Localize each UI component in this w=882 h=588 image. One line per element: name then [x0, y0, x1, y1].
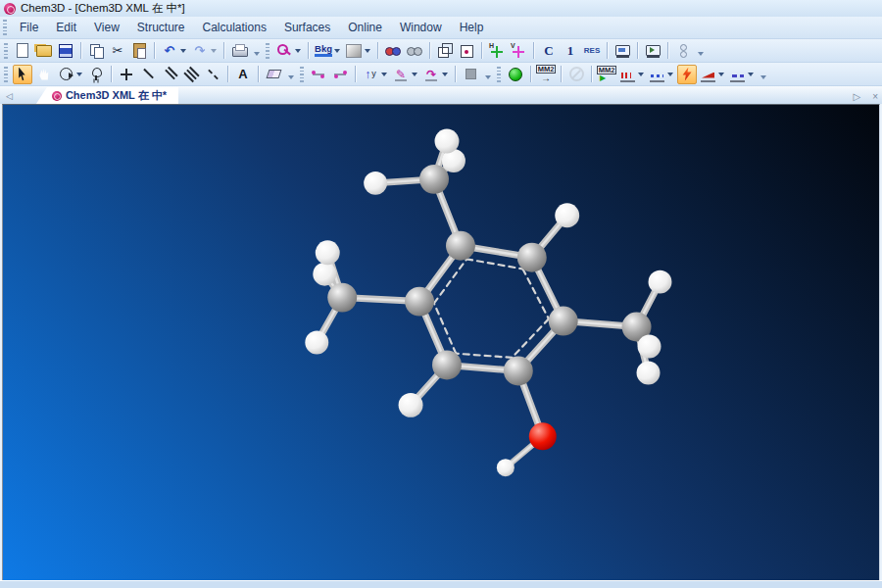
toolbar-overflow-button[interactable]: [696, 42, 705, 60]
mm2run-button[interactable]: →MM2: [536, 65, 556, 84]
orbit-button[interactable]: [56, 65, 84, 84]
texta-button[interactable]: A: [233, 65, 253, 84]
atom-H7c[interactable]: [364, 172, 387, 195]
menu-online[interactable]: Online: [339, 18, 391, 37]
open-button[interactable]: [34, 41, 54, 61]
atom-H9b[interactable]: [313, 263, 336, 286]
hand-button[interactable]: [34, 65, 54, 84]
elemc-button[interactable]: C: [539, 41, 559, 61]
res-button[interactable]: RES: [582, 41, 602, 61]
dots8-button[interactable]: [673, 41, 693, 61]
atom-H8b[interactable]: [638, 335, 662, 359]
dropdown-caret-icon[interactable]: [718, 73, 724, 76]
box3d-button[interactable]: [435, 41, 455, 61]
rotbond2-button[interactable]: [330, 65, 350, 84]
undo-button[interactable]: ↶: [160, 41, 188, 61]
tab-scroll-left-icon[interactable]: ◁: [0, 91, 19, 104]
lightning-button[interactable]: [677, 65, 697, 84]
dihedral-button[interactable]: ✎: [391, 65, 419, 84]
atom-C3[interactable]: [549, 307, 578, 336]
bond3-button[interactable]: [181, 65, 201, 84]
dropdown-caret-icon[interactable]: [295, 49, 301, 53]
yaxis-button[interactable]: ↑y: [361, 65, 389, 84]
toolbar-grip-handle[interactable]: [497, 67, 501, 82]
monitor2-button[interactable]: [643, 41, 662, 61]
new-button[interactable]: [13, 41, 32, 61]
atom-HO[interactable]: [497, 459, 514, 476]
redo-button[interactable]: ↷: [190, 41, 219, 61]
dropdown-caret-icon[interactable]: [638, 73, 644, 76]
paste-button[interactable]: [129, 41, 149, 61]
atom-H8a[interactable]: [649, 270, 672, 294]
swatch-button[interactable]: [344, 41, 372, 61]
bond1-button[interactable]: [138, 65, 158, 84]
dropdown-caret-icon[interactable]: [381, 73, 387, 76]
rulerblue-button[interactable]: [648, 65, 675, 84]
atom-O[interactable]: [529, 422, 557, 450]
menu-structure[interactable]: Structure: [128, 18, 194, 37]
dropdown-caret-icon[interactable]: [442, 73, 448, 76]
toolbar-overflow-button[interactable]: [286, 66, 295, 83]
dropdown-caret-icon[interactable]: [180, 49, 186, 53]
atom-H5[interactable]: [399, 393, 423, 417]
menu-file[interactable]: File: [11, 18, 47, 37]
atom-C9[interactable]: [327, 283, 357, 313]
dropdown-caret-icon[interactable]: [748, 73, 754, 76]
menu-help[interactable]: Help: [451, 18, 493, 37]
cut-button[interactable]: ✂: [108, 41, 127, 61]
rulerdash-button[interactable]: [728, 65, 756, 84]
select-button[interactable]: [13, 65, 32, 84]
bkg-button[interactable]: Bkg: [314, 41, 342, 61]
atom-H9a[interactable]: [316, 240, 340, 265]
atom-C2[interactable]: [517, 243, 547, 272]
crossv-button[interactable]: V: [509, 41, 528, 61]
anglearc-button[interactable]: ↷: [421, 65, 450, 84]
atom-C6[interactable]: [405, 287, 434, 317]
bond2-button[interactable]: [160, 65, 179, 84]
toolbar-overflow-button[interactable]: [483, 66, 492, 83]
atom-C4[interactable]: [504, 356, 533, 385]
atom-H7a[interactable]: [435, 128, 460, 153]
eraser-button[interactable]: [264, 65, 283, 84]
dropdown-caret-icon[interactable]: [667, 73, 673, 76]
stop-button[interactable]: [461, 65, 480, 84]
menu-surfaces[interactable]: Surfaces: [275, 18, 339, 37]
tab-scroll-right-icon[interactable]: ▷: [853, 91, 860, 102]
model-canvas[interactable]: [2, 104, 880, 580]
toolbar-grip-handle[interactable]: [4, 43, 8, 59]
bonddash-button[interactable]: [203, 65, 222, 84]
tab-close-icon[interactable]: ×: [872, 91, 878, 102]
menu-grip-handle[interactable]: [3, 20, 7, 35]
toolbar-overflow-button[interactable]: [252, 42, 261, 60]
dropdown-caret-icon[interactable]: [365, 49, 370, 53]
menu-window[interactable]: Window: [391, 18, 451, 37]
save-button[interactable]: [56, 41, 75, 61]
atom-C1[interactable]: [446, 231, 475, 261]
monitor1-button[interactable]: [612, 41, 632, 61]
print-button[interactable]: [229, 41, 249, 61]
dropdown-caret-icon[interactable]: [334, 49, 340, 53]
rulerwedge-button[interactable]: [699, 65, 726, 84]
elem1-button[interactable]: 1: [561, 41, 580, 61]
move4-button[interactable]: [117, 65, 136, 84]
atom-H9c[interactable]: [305, 331, 328, 355]
atom-C7[interactable]: [419, 165, 449, 194]
key-button[interactable]: [274, 41, 303, 61]
toolbar-grip-handle[interactable]: [4, 67, 8, 82]
modelbox-button[interactable]: [457, 41, 476, 61]
dropdown-caret-icon[interactable]: [412, 73, 417, 76]
greendot-button[interactable]: [506, 65, 525, 84]
rotbond1-button[interactable]: [309, 65, 328, 84]
toolbar-overflow-button[interactable]: [759, 66, 767, 83]
toolbar-grip-handle[interactable]: [266, 43, 270, 59]
menu-edit[interactable]: Edit: [47, 18, 85, 37]
tab-chem3d-xml[interactable]: Chem3D XML 在 中*: [36, 87, 178, 104]
glassesgray-button[interactable]: [405, 41, 424, 61]
nosign-button[interactable]: [566, 65, 586, 84]
toolbar-grip-handle[interactable]: [300, 67, 304, 82]
copy-button[interactable]: [86, 41, 106, 61]
atom-H2[interactable]: [555, 203, 579, 227]
dropdown-caret-icon[interactable]: [211, 49, 217, 53]
menu-calculations[interactable]: Calculations: [194, 18, 275, 37]
atom-C5[interactable]: [432, 350, 462, 379]
